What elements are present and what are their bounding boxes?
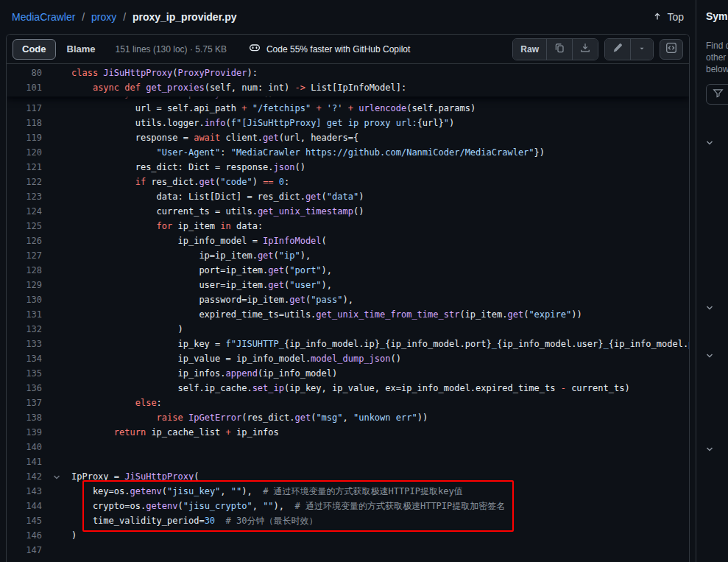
code-line: 129 user=ip_item.get("user"), xyxy=(7,278,689,292)
symbols-filter-input[interactable] xyxy=(706,84,728,105)
collapse-chevron-icon[interactable] xyxy=(42,469,71,484)
breadcrumb-repo-link[interactable]: MediaCrawler xyxy=(12,11,75,23)
line-number[interactable]: 130 xyxy=(7,292,42,307)
line-number[interactable]: 140 xyxy=(7,440,42,454)
line-number[interactable]: 122 xyxy=(7,175,42,189)
line-number[interactable]: 145 xyxy=(7,513,42,528)
code-token: "jisu_key" xyxy=(167,486,220,496)
gutter-expander xyxy=(42,307,71,322)
line-number[interactable]: 147 xyxy=(7,543,42,558)
code-token: get xyxy=(294,412,311,423)
code-token: JiSuHttpProxy xyxy=(103,68,172,78)
line-number[interactable]: 136 xyxy=(7,381,42,396)
line-number[interactable]: 125 xyxy=(7,219,42,233)
code-token: ( xyxy=(162,486,167,496)
line-number[interactable]: 132 xyxy=(7,322,42,337)
download-icon xyxy=(580,43,590,55)
download-button[interactable] xyxy=(572,39,598,60)
code-token: response = xyxy=(71,133,194,143)
arrow-up-icon xyxy=(652,11,662,24)
line-number[interactable]: 139 xyxy=(7,425,42,440)
back-to-top-button[interactable]: Top xyxy=(652,11,684,24)
code-text: if res_dict.get("code") == 0: xyxy=(71,175,289,189)
code-editor: 116 async with httpx.AsyncClient() as cl… xyxy=(7,64,689,562)
line-number[interactable]: 146 xyxy=(7,528,42,543)
edit-dropdown-button[interactable] xyxy=(630,39,653,60)
code-token: )) xyxy=(417,412,428,423)
code-token: "data" xyxy=(327,192,358,202)
sticky-context-lines: 80class JiSuHttpProxy(ProxyProvider):101… xyxy=(7,64,689,96)
symbols-panel-description: Find definitions and references for func… xyxy=(706,40,728,75)
code-line: 117 url = self.api_path + "/fetchips" + … xyxy=(7,101,689,116)
code-token: set_ip xyxy=(252,383,284,393)
line-number[interactable]: 129 xyxy=(7,278,42,292)
symbols-panel-button[interactable] xyxy=(660,39,683,60)
code-line: 142IpProxy = JiSuHttpProxy( xyxy=(7,469,689,484)
code-token: : xyxy=(220,147,230,158)
line-number[interactable]: 123 xyxy=(7,189,42,204)
line-number[interactable]: 134 xyxy=(7,351,42,366)
gutter-expander xyxy=(42,101,71,116)
breadcrumb: MediaCrawler / proxy / proxy_ip_provider… xyxy=(0,0,696,34)
line-number[interactable]: 137 xyxy=(7,396,42,410)
line-number[interactable]: 135 xyxy=(7,366,42,381)
line-number[interactable]: 131 xyxy=(7,307,42,322)
breadcrumb-dir-link[interactable]: proxy xyxy=(91,11,116,23)
line-number[interactable]: 121 xyxy=(7,160,42,175)
chevron-down-icon[interactable] xyxy=(705,137,714,146)
gutter-expander xyxy=(42,499,71,513)
code-token: ( xyxy=(226,118,231,128)
chevron-down-icon[interactable] xyxy=(705,443,714,452)
code-token: ( xyxy=(194,471,199,482)
line-number[interactable]: 118 xyxy=(7,116,42,130)
code-text: current_ts = utils.get_unix_timestamp() xyxy=(71,204,364,219)
copy-button[interactable] xyxy=(546,39,572,60)
line-number[interactable]: 124 xyxy=(7,204,42,219)
chevron-down-icon[interactable] xyxy=(705,302,714,311)
line-number[interactable]: 143 xyxy=(7,484,42,499)
code-line: 140 xyxy=(7,440,689,454)
code-token: ip_infos. xyxy=(71,368,226,379)
code-token: ip_value = ip_info_model. xyxy=(71,354,311,364)
gutter-expander xyxy=(42,425,71,440)
edit-button[interactable] xyxy=(605,39,630,60)
line-number[interactable]: 141 xyxy=(7,454,42,469)
code-text: else: xyxy=(71,396,162,410)
code-token: url = self.api_path xyxy=(71,103,241,113)
code-token: getenv xyxy=(146,501,177,511)
gutter-expander xyxy=(42,292,71,307)
line-number[interactable]: 127 xyxy=(7,248,42,263)
chevron-down-icon[interactable] xyxy=(705,350,714,359)
line-number[interactable]: 80 xyxy=(7,66,42,80)
line-number[interactable]: 144 xyxy=(7,499,42,513)
line-number[interactable]: 120 xyxy=(7,145,42,160)
code-token: getenv xyxy=(130,486,161,496)
line-number[interactable]: 101 xyxy=(7,80,42,95)
tab-blame[interactable]: Blame xyxy=(57,39,105,60)
line-number[interactable]: 142 xyxy=(7,469,42,484)
code-token: ip_key = xyxy=(71,339,226,349)
line-number[interactable]: 138 xyxy=(7,410,42,425)
code-token: data: List[Dict] = res_dict. xyxy=(71,192,305,202)
tab-code[interactable]: Code xyxy=(13,39,56,60)
line-number[interactable]: 119 xyxy=(7,130,42,145)
code-token: get_proxies xyxy=(146,82,204,93)
code-token: ip_info_model = xyxy=(71,236,263,246)
raw-button[interactable]: Raw xyxy=(513,39,546,60)
raw-button-group: Raw xyxy=(512,38,598,60)
code-token: f"JISUHTTP_ xyxy=(226,339,284,349)
code-line: 128 port=ip_item.get("port"), xyxy=(7,263,689,278)
line-number[interactable]: 117 xyxy=(7,101,42,116)
code-text: ) xyxy=(71,322,183,337)
code-line: 146) xyxy=(7,528,689,543)
gutter-expander xyxy=(42,440,71,454)
line-number[interactable]: 126 xyxy=(7,233,42,248)
code-text: ip=ip_item.get("ip"), xyxy=(71,248,311,263)
code-line: 138 raise IpGetError(res_dict.get("msg",… xyxy=(7,410,689,425)
code-text: password=ip_item.get("pass"), xyxy=(71,292,353,307)
code-text: return ip_cache_list + ip_infos xyxy=(71,425,279,440)
line-number[interactable]: 133 xyxy=(7,337,42,351)
line-number[interactable]: 128 xyxy=(7,263,42,278)
code-token xyxy=(71,427,114,438)
gutter-expander xyxy=(42,263,71,278)
